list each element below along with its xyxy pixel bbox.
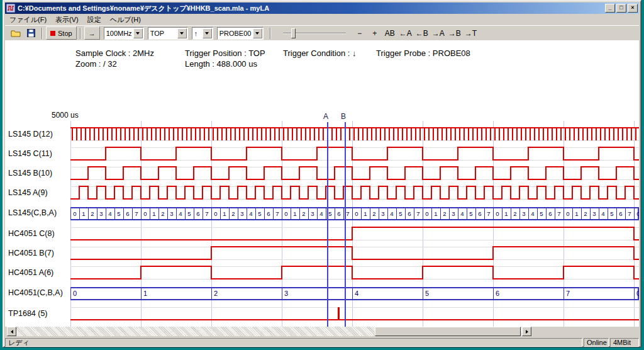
toolbar-nav-buttons: −+AB←A←B→A→B→T (352, 27, 479, 40)
trigger-position-select[interactable]: TOP (148, 27, 188, 40)
zoom-in-button[interactable]: + (367, 27, 382, 40)
chevron-down-icon[interactable] (177, 28, 187, 38)
toolbar: Stop → 100MHz TOP ↑ PROBE00 −+AB←A←B→A→B… (5, 25, 639, 40)
bus-value: 6 (196, 210, 199, 217)
bus-value: 0 (284, 210, 287, 217)
bus-value: 6 (478, 210, 481, 217)
app-icon (6, 4, 15, 13)
bus-value: 4 (601, 210, 604, 217)
bus-value: 4 (179, 210, 182, 217)
title-bar: C:¥Documents and Settings¥noname¥デスクトップ¥… (5, 3, 639, 14)
bus-value: 2 (513, 210, 516, 217)
bus-value: 0 (214, 210, 217, 217)
goto-a-right-button[interactable]: →A (430, 27, 447, 40)
chevron-down-icon[interactable] (253, 28, 262, 38)
bus-value: 5 (425, 290, 429, 297)
zoom-slider[interactable] (283, 27, 346, 40)
bus-value: 3 (170, 210, 173, 217)
menu-item-4[interactable]: ヘルプ(H) (106, 14, 145, 25)
bus-value: 0 (143, 210, 147, 217)
scrollbar-thumb[interactable] (375, 327, 521, 336)
bus-value: 2 (302, 210, 305, 217)
goto-b-left-button[interactable]: ←B (414, 27, 430, 40)
stop-icon (50, 31, 55, 36)
run-button[interactable]: → (84, 26, 100, 40)
menu-item-3[interactable]: 設定 (83, 14, 106, 25)
slider-thumb[interactable] (291, 28, 296, 38)
bus-value: 7 (135, 210, 138, 217)
close-button[interactable]: × (628, 4, 638, 13)
waveform-client-area: Sample Clock : 2MHz Trigger Position : T… (5, 40, 639, 327)
run-arrow-icon: → (89, 30, 96, 37)
chevron-down-icon[interactable] (203, 28, 212, 38)
scroll-right-button[interactable] (522, 327, 531, 336)
bus-value: 3 (99, 210, 103, 217)
bus-value: 7 (275, 210, 279, 217)
bus-value: 0 (496, 210, 499, 217)
bus-value: 6 (619, 210, 622, 217)
bus-value: 1 (434, 210, 437, 217)
waveform-plot[interactable]: 0123456701234567012345670123456701234567… (70, 111, 639, 327)
trigger-edge-select[interactable]: ↑ (192, 27, 213, 40)
goto-b-right-button[interactable]: →B (447, 27, 463, 40)
bus-value: 0 (566, 210, 569, 217)
chevron-down-icon[interactable] (133, 28, 143, 38)
waveform-row-4: 0123456701234567012345670123456701234567… (71, 208, 640, 220)
sample-clock-select[interactable]: 100MHz (104, 27, 144, 40)
goto-a-left-button[interactable]: ←A (397, 27, 414, 40)
save-button[interactable] (23, 26, 38, 40)
bus-value: 0 (73, 290, 77, 297)
app-window: C:¥Documents and Settings¥noname¥デスクトップ¥… (3, 0, 641, 347)
waveform-row-0 (70, 128, 639, 140)
bus-value: 2 (231, 210, 235, 217)
trigger-probe-select[interactable]: PROBE00 (217, 27, 264, 40)
status-bar: レディ Online 4MBit (5, 338, 639, 347)
bus-value: 2 (443, 210, 446, 217)
bus-value: 6 (267, 210, 270, 217)
menu-item-2[interactable]: 表示(V) (51, 14, 83, 25)
sample-clock-value: 100MHz (104, 30, 133, 37)
bus-value: 1 (504, 210, 508, 217)
bus-value: 7 (628, 210, 631, 217)
trigger-position-value: TOP (148, 30, 177, 37)
waveform-row-8: 012345670 (71, 288, 640, 300)
bus-value: 2 (372, 210, 375, 217)
toolbar-separator (42, 28, 43, 39)
bus-value: 5 (610, 210, 613, 217)
channel-label-2: LS145 B(10) (8, 169, 52, 178)
bus-value: 0 (73, 210, 76, 217)
bus-value: 4 (319, 210, 323, 217)
bus-value: 6 (496, 290, 499, 297)
bus-value: 4 (460, 210, 464, 217)
zoom-out-button[interactable]: − (352, 27, 367, 40)
bus-value: 1 (143, 290, 147, 297)
horizontal-scrollbar[interactable] (7, 327, 531, 336)
maximize-button[interactable]: □ (616, 4, 626, 13)
bus-value: 3 (381, 210, 384, 217)
cursor-b-label: B (341, 112, 346, 121)
bus-value: 6 (337, 210, 340, 217)
cursor-a-label: A (323, 112, 328, 121)
bus-value: 3 (592, 210, 596, 217)
length-info: Length : 488.000 us (185, 59, 257, 69)
waveform-row-6 (70, 247, 639, 259)
bus-value: 5 (540, 210, 543, 217)
channel-label-9: TP1684 (5) (8, 309, 48, 318)
minimize-button[interactable]: _ (605, 4, 615, 13)
bus-value: 2 (584, 210, 587, 217)
ab-cursor-button[interactable]: AB (382, 27, 397, 40)
bus-value: 1 (575, 210, 578, 217)
scroll-left-button[interactable] (7, 327, 16, 336)
bus-value: 3 (452, 210, 455, 217)
bus-value: 3 (284, 290, 288, 297)
open-button[interactable] (8, 26, 23, 40)
menu-item-1[interactable]: ファイル(F) (5, 14, 51, 25)
trigger-probe-info: Trigger Probe : PROBE08 (376, 48, 470, 58)
bus-value: 3 (522, 210, 525, 217)
bus-value: 7 (566, 290, 570, 297)
goto-trigger-button[interactable]: →T (463, 27, 479, 40)
toolbar-separator (80, 28, 81, 39)
stop-button[interactable]: Stop (46, 26, 77, 40)
waveform-row-2 (70, 167, 639, 179)
bus-value: 1 (293, 210, 296, 217)
